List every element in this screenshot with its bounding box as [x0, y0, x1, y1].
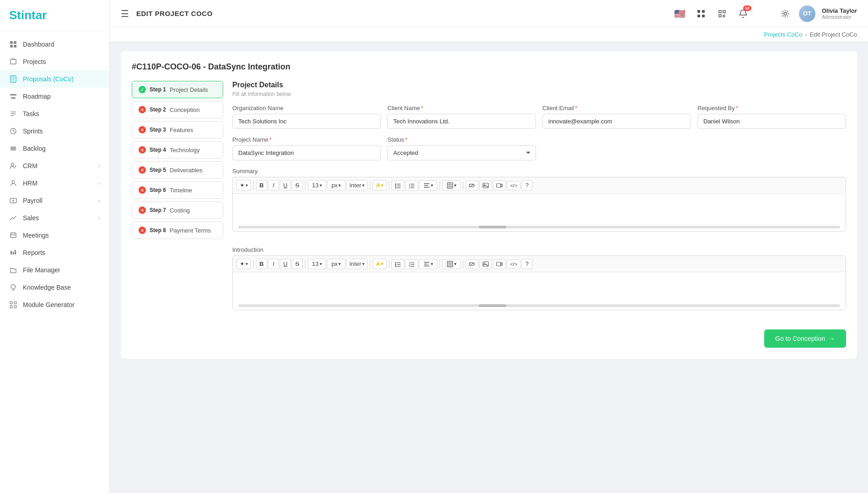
- sidebar-item-projects[interactable]: Projects: [0, 53, 109, 70]
- sidebar-item-backlog[interactable]: Backlog: [0, 140, 109, 157]
- breadcrumb-sep: ›: [805, 31, 807, 38]
- toolbar-code-btn[interactable]: </>: [507, 181, 520, 190]
- step-3[interactable]: ✕ Step 3 Features: [132, 121, 223, 138]
- sidebar-item-hrm[interactable]: HRM ›: [0, 175, 109, 192]
- intro-toolbar-fontunit-btn[interactable]: px ▾: [327, 259, 345, 269]
- org-name-label: Organization Name: [232, 105, 381, 111]
- intro-toolbar-color-btn[interactable]: A ▾: [373, 259, 386, 269]
- intro-toolbar-sep-2: [305, 260, 305, 268]
- step-8[interactable]: ✕ Step 8 Payment Terms: [132, 222, 223, 239]
- apps-icon[interactable]: [694, 6, 708, 21]
- go-to-conception-button[interactable]: Go to Conception →: [764, 329, 846, 348]
- flag-icon[interactable]: 🇺🇸: [673, 6, 687, 21]
- sidebar-item-knowledge-base[interactable]: Knowledge Base: [0, 279, 109, 296]
- intro-toolbar-magic-btn[interactable]: ✦ ▾: [236, 259, 251, 269]
- intro-toolbar-strike-btn[interactable]: S: [292, 259, 303, 269]
- toolbar-sep-1: [253, 181, 254, 190]
- toolbar-table-btn[interactable]: ▾: [442, 180, 461, 191]
- svg-point-34: [395, 262, 396, 263]
- toolbar-italic-btn[interactable]: I: [268, 180, 279, 191]
- step-2-label: Conception: [170, 106, 200, 113]
- client-email-input[interactable]: [542, 114, 691, 129]
- sidebar-item-sprints[interactable]: Sprints: [0, 122, 109, 140]
- sidebar-item-roadmap[interactable]: Roadmap: [0, 88, 109, 105]
- toolbar-strike-btn[interactable]: S: [292, 180, 303, 191]
- intro-toolbar-sep-4: [389, 260, 389, 268]
- intro-toolbar-video-btn[interactable]: [493, 259, 506, 269]
- svg-rect-5: [10, 94, 16, 95]
- toolbar-magic-btn[interactable]: ✦ ▾: [236, 180, 251, 191]
- intro-toolbar-ul-btn[interactable]: [391, 259, 404, 269]
- sidebar-item-tasks[interactable]: Tasks: [0, 105, 109, 122]
- sidebar-item-dashboard[interactable]: Dashboard: [0, 36, 109, 53]
- intro-toolbar-align-btn[interactable]: ▾: [419, 259, 437, 269]
- step-1[interactable]: ✓ Step 1 Project Details: [132, 81, 223, 98]
- toolbar-ul-btn[interactable]: [391, 180, 404, 191]
- step-4[interactable]: ✕ Step 4 Technology: [132, 141, 223, 159]
- project-name-input[interactable]: [232, 145, 381, 160]
- step-7[interactable]: ✕ Step 7 Costing: [132, 201, 223, 219]
- toolbar-fontsize-btn[interactable]: 13 ▾: [308, 180, 326, 191]
- toolbar-bold-btn[interactable]: B: [256, 180, 267, 191]
- sidebar-item-crm[interactable]: CRM ›: [0, 157, 109, 175]
- step-6[interactable]: ✕ Step 6 Timeline: [132, 181, 223, 199]
- settings-icon[interactable]: [778, 6, 793, 21]
- intro-toolbar-fontfamily-btn[interactable]: Inter ▾: [346, 259, 368, 269]
- sidebar-item-module-generator[interactable]: Module Generator: [0, 296, 109, 313]
- intro-toolbar-ol-btn[interactable]: 1.2.3.: [405, 259, 418, 269]
- toolbar-sep-3: [370, 181, 370, 190]
- step-5[interactable]: ✕ Step 5 Deliverables: [132, 161, 223, 179]
- sidebar-item-payroll[interactable]: Payroll ›: [0, 192, 109, 209]
- toolbar-color-btn[interactable]: A ▾: [373, 180, 386, 191]
- toolbar-fontunit-btn[interactable]: px ▾: [327, 180, 345, 191]
- sidebar-item-reports[interactable]: Reports: [0, 244, 109, 261]
- intro-toolbar-sep-5: [439, 260, 440, 268]
- breadcrumb-projects-coco[interactable]: Projects CoCo: [764, 31, 803, 38]
- notification-icon[interactable]: 52: [736, 6, 750, 21]
- sidebar-item-proposals[interactable]: Proposals (CoCo): [0, 70, 109, 88]
- org-name-group: Organization Name: [232, 105, 381, 129]
- status-select[interactable]: Accepted Pending Rejected In Progress: [387, 145, 536, 160]
- client-name-input[interactable]: [387, 114, 536, 129]
- org-name-input[interactable]: [232, 114, 381, 129]
- dark-mode-icon[interactable]: [757, 6, 772, 21]
- hamburger-icon[interactable]: ☰: [121, 8, 129, 19]
- dashboard-icon: [9, 40, 17, 48]
- grid-plus-icon[interactable]: [715, 6, 729, 21]
- sidebar-item-file-manager[interactable]: File Manager: [0, 261, 109, 279]
- step-7-num: Step 7: [150, 207, 166, 213]
- payroll-chevron: ›: [98, 198, 100, 203]
- toolbar-underline-btn[interactable]: U: [280, 180, 291, 191]
- intro-toolbar-code-btn[interactable]: </>: [507, 260, 520, 269]
- sidebar-label-sprints: Sprints: [23, 127, 100, 135]
- toolbar-video-btn[interactable]: [493, 180, 506, 191]
- intro-toolbar-link-btn[interactable]: [466, 259, 478, 269]
- intro-toolbar-italic-btn[interactable]: I: [268, 259, 279, 269]
- form-row-2: Project Name* Status* Accepted Pending R…: [232, 136, 846, 160]
- intro-toolbar-fontsize-btn[interactable]: 13 ▾: [308, 259, 326, 269]
- step-3-icon: ✕: [139, 126, 146, 133]
- steps-panel: ✓ Step 1 Project Details ✕ Step 2 Concep…: [132, 81, 223, 348]
- requested-by-group: Requested By*: [697, 105, 846, 129]
- intro-toolbar-table-btn[interactable]: ▾: [442, 259, 461, 269]
- introduction-editor-body[interactable]: [233, 272, 846, 304]
- toolbar-fontfamily-btn[interactable]: Inter ▾: [346, 180, 368, 191]
- sidebar-label-proposals: Proposals (CoCo): [23, 75, 100, 83]
- toolbar-image-btn[interactable]: [479, 180, 492, 191]
- intro-toolbar-image-btn[interactable]: [479, 259, 492, 269]
- intro-toolbar-help-btn[interactable]: ?: [521, 259, 532, 269]
- intro-toolbar-underline-btn[interactable]: U: [280, 259, 291, 269]
- sales-icon: [9, 214, 17, 222]
- breadcrumb: Projects CoCo › Edit Project CoCo: [110, 27, 868, 42]
- sidebar-item-sales[interactable]: Sales ›: [0, 209, 109, 227]
- step-2[interactable]: ✕ Step 2 Conception: [132, 101, 223, 118]
- sidebar-item-meetings[interactable]: Meetings: [0, 227, 109, 244]
- toolbar-link-btn[interactable]: [466, 180, 478, 191]
- intro-toolbar-bold-btn[interactable]: B: [256, 259, 267, 269]
- toolbar-align-btn[interactable]: ▾: [419, 180, 437, 191]
- sprints-icon: [9, 127, 17, 135]
- toolbar-help-btn[interactable]: ?: [521, 180, 532, 191]
- requested-by-input[interactable]: [697, 114, 846, 129]
- summary-editor-body[interactable]: [233, 194, 846, 226]
- toolbar-ol-btn[interactable]: 1.2.3.: [405, 180, 418, 191]
